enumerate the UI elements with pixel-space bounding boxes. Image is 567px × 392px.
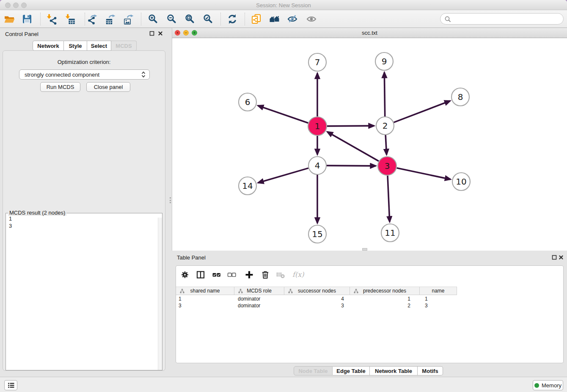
tab-edge-table[interactable]: Edge Table [333,366,370,375]
add-row-button[interactable] [243,269,256,280]
graph-node-15[interactable]: 15 [308,225,326,243]
column-header-successor-nodes[interactable]: successor nodes [284,287,350,295]
task-history-button[interactable] [4,380,17,390]
import-network-button[interactable] [44,12,59,26]
zoom-out-button[interactable] [164,12,179,26]
table-panel-title: Table Panel [177,254,206,261]
show-details-button[interactable] [304,12,319,26]
zoom-selected-button[interactable] [201,12,216,26]
search-icon [444,16,451,22]
column-header-MCDS-role[interactable]: MCDS role [234,287,284,295]
network-overview-icon [269,14,280,25]
optimization-criterion-select[interactable]: strongly connected component [19,69,150,80]
zoom-in-button[interactable] [146,12,161,26]
deselect-all-button[interactable] [226,269,238,280]
graph-node-10[interactable]: 10 [452,173,470,190]
table-row[interactable]: 3dominator323 [176,302,457,309]
zoom-fit-button[interactable] [182,12,198,26]
panel-splitter[interactable] [170,197,171,203]
gear-button[interactable] [179,269,191,280]
toolbar-separator [245,13,245,25]
duplicate-network-icon [251,14,262,25]
memory-button[interactable]: Memory [533,380,563,390]
graph-node-1[interactable]: 1 [308,117,327,135]
columns-button[interactable] [194,269,207,280]
open-session-button[interactable] [2,12,17,26]
edge-3-1[interactable] [327,132,379,161]
table-panel: Table Panel f(x) shared nameMCDS rolesuc… [172,252,567,375]
select-all-button[interactable] [210,269,223,280]
graph-node-9[interactable]: 9 [375,52,393,70]
cell-name: 3 [420,302,457,309]
network-canvas[interactable]: 7968124314101511 [172,38,567,251]
refresh-layout-button[interactable] [225,12,240,26]
tab-select[interactable]: Select [87,41,111,51]
column-header-predecessor-nodes[interactable]: predecessor nodes [350,287,420,295]
table-row[interactable]: 1dominator411 [176,295,457,302]
float-panel-icon[interactable] [149,30,155,36]
tab-network-table[interactable]: Network Table [370,366,418,375]
export-image-button[interactable] [121,12,137,26]
edge-4-14[interactable] [258,168,308,183]
network-view-titlebar[interactable]: × − + scc.txt [172,28,567,38]
network-overview-button[interactable] [267,12,282,26]
edge-4-3[interactable] [327,166,376,166]
delete-row-icon [261,270,270,279]
close-panel-button[interactable]: Close panel [86,82,130,92]
graph-node-14[interactable]: 14 [239,177,256,195]
search-input[interactable] [453,15,563,23]
hide-details-button[interactable] [285,12,300,26]
network-view-title: scc.txt [172,30,567,36]
tab-node-table[interactable]: Node Table [294,366,333,375]
close-panel-icon[interactable] [157,30,163,36]
run-mcds-button[interactable]: Run MCDS [40,82,80,92]
column-header-shared-name[interactable]: shared name [176,287,234,295]
svg-text:11: 11 [385,228,395,238]
hide-details-icon [287,14,298,25]
graph-node-11[interactable]: 11 [381,224,399,242]
delete-row-button[interactable] [259,269,272,280]
edge-1-6[interactable] [258,105,308,123]
column-label: name [432,288,444,294]
tab-style[interactable]: Style [64,41,87,51]
selected-criterion: strongly connected component [25,72,141,78]
edge-1-2[interactable] [327,126,374,126]
graph-node-8[interactable]: 8 [451,88,469,106]
column-header-name[interactable]: name [420,287,457,295]
close-table-panel-icon[interactable] [558,254,564,260]
float-table-panel-icon[interactable] [551,254,557,260]
save-session-button[interactable] [19,12,35,26]
graph-node-2[interactable]: 2 [376,117,394,135]
graph-node-4[interactable]: 4 [308,157,326,174]
cell-shared-name: 3 [176,302,234,309]
svg-text:9: 9 [382,56,387,66]
toolbar-separator [220,13,221,25]
duplicate-network-button[interactable] [249,12,264,26]
delete-table-button[interactable] [274,269,287,280]
import-table-button[interactable] [62,12,77,26]
edge-3-10[interactable] [397,168,451,179]
edge-2-3[interactable] [385,135,386,155]
cell-successor-nodes: 3 [284,302,350,309]
edge-3-11[interactable] [388,176,390,222]
view-resize-handle[interactable] [362,248,367,251]
tab-motifs[interactable]: Motifs [418,366,443,375]
toolbar-separator [85,13,85,25]
graph-node-3[interactable]: 3 [378,157,396,175]
graph-node-7[interactable]: 7 [308,53,326,71]
result-scrollbar[interactable] [158,218,162,370]
function-button[interactable]: f(x) [292,269,305,280]
show-details-icon [306,14,317,25]
export-network-button[interactable] [85,12,100,26]
tab-network[interactable]: Network [33,41,64,51]
edge-2-8[interactable] [394,101,450,122]
cell-MCDS-role: dominator [234,302,284,309]
svg-text:15: 15 [312,229,322,239]
edge-2-9[interactable] [384,72,385,116]
open-session-icon [4,14,15,25]
graph-node-6[interactable]: 6 [239,93,256,111]
table-header: shared nameMCDS rolesuccessor nodesprede… [176,287,457,295]
export-table-button[interactable] [103,12,118,26]
tab-mcds[interactable]: MCDS [111,41,137,51]
select-all-icon [212,270,221,279]
